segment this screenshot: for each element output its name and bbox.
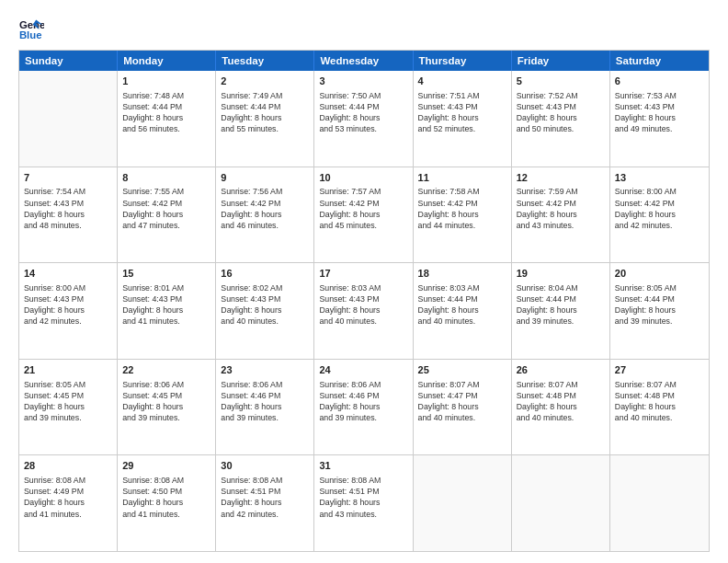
day-info: Sunrise: 8:08 AMSunset: 4:51 PMDaylight:… — [221, 475, 309, 520]
day-number: 6 — [615, 75, 704, 88]
day-info: Sunrise: 8:04 AMSunset: 4:44 PMDaylight:… — [517, 282, 605, 327]
calendar-cell: 5Sunrise: 7:52 AMSunset: 4:43 PMDaylight… — [512, 71, 610, 167]
calendar-cell — [414, 455, 512, 551]
day-header-saturday: Saturday — [610, 51, 709, 71]
calendar-cell: 3Sunrise: 7:50 AMSunset: 4:44 PMDaylight… — [314, 71, 413, 167]
calendar-cell: 7Sunrise: 7:54 AMSunset: 4:43 PMDaylight… — [19, 167, 118, 263]
day-header-sunday: Sunday — [19, 51, 118, 71]
calendar-cell: 21Sunrise: 8:05 AMSunset: 4:45 PMDayligh… — [19, 360, 118, 455]
day-number: 1 — [122, 75, 210, 88]
day-info: Sunrise: 7:59 AMSunset: 4:42 PMDaylight:… — [517, 186, 605, 231]
calendar-week-3: 14Sunrise: 8:00 AMSunset: 4:43 PMDayligh… — [19, 262, 709, 359]
day-header-friday: Friday — [512, 51, 610, 71]
day-number: 12 — [517, 171, 605, 185]
day-info: Sunrise: 7:54 AMSunset: 4:43 PMDaylight:… — [24, 186, 112, 231]
day-info: Sunrise: 8:01 AMSunset: 4:43 PMDaylight:… — [122, 282, 210, 327]
calendar-cell: 12Sunrise: 7:59 AMSunset: 4:42 PMDayligh… — [512, 167, 610, 263]
day-number: 18 — [418, 267, 506, 281]
day-number: 5 — [517, 75, 605, 88]
calendar-cell: 24Sunrise: 8:06 AMSunset: 4:46 PMDayligh… — [314, 360, 413, 455]
day-number: 23 — [221, 363, 309, 377]
day-number: 14 — [24, 267, 112, 281]
calendar-cell: 17Sunrise: 8:03 AMSunset: 4:43 PMDayligh… — [314, 263, 413, 359]
day-header-tuesday: Tuesday — [216, 51, 314, 71]
day-header-monday: Monday — [118, 51, 216, 71]
day-info: Sunrise: 8:08 AMSunset: 4:51 PMDaylight:… — [319, 475, 407, 520]
day-number: 26 — [517, 363, 605, 377]
header: General Blue — [18, 17, 710, 42]
day-info: Sunrise: 8:06 AMSunset: 4:46 PMDaylight:… — [319, 379, 407, 424]
day-number: 29 — [122, 459, 210, 473]
calendar-cell: 30Sunrise: 8:08 AMSunset: 4:51 PMDayligh… — [216, 455, 314, 551]
calendar-cell: 18Sunrise: 8:03 AMSunset: 4:44 PMDayligh… — [414, 263, 512, 359]
day-number: 4 — [418, 75, 506, 88]
day-number: 16 — [221, 267, 309, 281]
day-number: 31 — [319, 459, 407, 473]
day-info: Sunrise: 7:51 AMSunset: 4:43 PMDaylight:… — [418, 90, 506, 135]
day-number: 8 — [122, 171, 210, 185]
calendar-cell: 1Sunrise: 7:48 AMSunset: 4:44 PMDaylight… — [118, 71, 216, 167]
day-number: 20 — [615, 267, 704, 281]
day-info: Sunrise: 7:58 AMSunset: 4:42 PMDaylight:… — [418, 186, 506, 231]
calendar-body: 1Sunrise: 7:48 AMSunset: 4:44 PMDaylight… — [19, 71, 709, 551]
day-info: Sunrise: 8:07 AMSunset: 4:48 PMDaylight:… — [517, 379, 605, 424]
calendar: SundayMondayTuesdayWednesdayThursdayFrid… — [18, 50, 710, 552]
day-number: 17 — [319, 267, 407, 281]
day-info: Sunrise: 8:00 AMSunset: 4:42 PMDaylight:… — [615, 186, 704, 231]
calendar-cell — [610, 455, 709, 551]
calendar-cell: 31Sunrise: 8:08 AMSunset: 4:51 PMDayligh… — [314, 455, 413, 551]
calendar-week-4: 21Sunrise: 8:05 AMSunset: 4:45 PMDayligh… — [19, 359, 709, 455]
calendar-cell: 27Sunrise: 8:07 AMSunset: 4:48 PMDayligh… — [610, 360, 709, 455]
day-info: Sunrise: 7:50 AMSunset: 4:44 PMDaylight:… — [319, 90, 407, 135]
day-header-wednesday: Wednesday — [314, 51, 413, 71]
day-info: Sunrise: 8:03 AMSunset: 4:44 PMDaylight:… — [418, 282, 506, 327]
day-info: Sunrise: 7:49 AMSunset: 4:44 PMDaylight:… — [221, 90, 309, 135]
logo-icon: General Blue — [18, 17, 44, 42]
calendar-cell: 13Sunrise: 8:00 AMSunset: 4:42 PMDayligh… — [610, 167, 709, 263]
calendar-cell: 25Sunrise: 8:07 AMSunset: 4:47 PMDayligh… — [414, 360, 512, 455]
day-number: 2 — [221, 75, 309, 88]
calendar-cell: 29Sunrise: 8:08 AMSunset: 4:50 PMDayligh… — [118, 455, 216, 551]
calendar-week-1: 1Sunrise: 7:48 AMSunset: 4:44 PMDaylight… — [19, 71, 709, 167]
day-number: 22 — [122, 363, 210, 377]
day-number: 19 — [517, 267, 605, 281]
day-info: Sunrise: 8:08 AMSunset: 4:50 PMDaylight:… — [122, 475, 210, 520]
day-info: Sunrise: 8:06 AMSunset: 4:46 PMDaylight:… — [221, 379, 309, 424]
day-info: Sunrise: 7:48 AMSunset: 4:44 PMDaylight:… — [122, 90, 210, 135]
calendar-cell: 16Sunrise: 8:02 AMSunset: 4:43 PMDayligh… — [216, 263, 314, 359]
calendar-week-5: 28Sunrise: 8:08 AMSunset: 4:49 PMDayligh… — [19, 454, 709, 551]
calendar-cell: 4Sunrise: 7:51 AMSunset: 4:43 PMDaylight… — [414, 71, 512, 167]
day-info: Sunrise: 8:05 AMSunset: 4:45 PMDaylight:… — [24, 379, 112, 424]
day-info: Sunrise: 7:57 AMSunset: 4:42 PMDaylight:… — [319, 186, 407, 231]
calendar-cell: 23Sunrise: 8:06 AMSunset: 4:46 PMDayligh… — [216, 360, 314, 455]
day-number: 9 — [221, 171, 309, 185]
day-info: Sunrise: 7:53 AMSunset: 4:43 PMDaylight:… — [615, 90, 704, 135]
logo: General Blue — [18, 17, 48, 42]
day-number: 24 — [319, 363, 407, 377]
day-number: 10 — [319, 171, 407, 185]
calendar-cell: 6Sunrise: 7:53 AMSunset: 4:43 PMDaylight… — [610, 71, 709, 167]
day-info: Sunrise: 8:00 AMSunset: 4:43 PMDaylight:… — [24, 282, 112, 327]
day-info: Sunrise: 8:02 AMSunset: 4:43 PMDaylight:… — [221, 282, 309, 327]
day-number: 28 — [24, 459, 112, 473]
calendar-cell: 28Sunrise: 8:08 AMSunset: 4:49 PMDayligh… — [19, 455, 118, 551]
calendar-cell: 8Sunrise: 7:55 AMSunset: 4:42 PMDaylight… — [118, 167, 216, 263]
calendar-cell: 11Sunrise: 7:58 AMSunset: 4:42 PMDayligh… — [414, 167, 512, 263]
calendar-cell: 26Sunrise: 8:07 AMSunset: 4:48 PMDayligh… — [512, 360, 610, 455]
calendar-cell: 20Sunrise: 8:05 AMSunset: 4:44 PMDayligh… — [610, 263, 709, 359]
calendar-header: SundayMondayTuesdayWednesdayThursdayFrid… — [19, 51, 709, 71]
day-number: 3 — [319, 75, 407, 88]
calendar-cell: 2Sunrise: 7:49 AMSunset: 4:44 PMDaylight… — [216, 71, 314, 167]
calendar-cell: 14Sunrise: 8:00 AMSunset: 4:43 PMDayligh… — [19, 263, 118, 359]
day-info: Sunrise: 8:07 AMSunset: 4:48 PMDaylight:… — [615, 379, 704, 424]
day-number: 25 — [418, 363, 506, 377]
day-number: 27 — [615, 363, 704, 377]
day-number: 15 — [122, 267, 210, 281]
day-number: 7 — [24, 171, 112, 185]
calendar-cell — [19, 71, 118, 167]
calendar-cell: 19Sunrise: 8:04 AMSunset: 4:44 PMDayligh… — [512, 263, 610, 359]
day-header-thursday: Thursday — [414, 51, 512, 71]
calendar-cell — [512, 455, 610, 551]
day-info: Sunrise: 8:03 AMSunset: 4:43 PMDaylight:… — [319, 282, 407, 327]
calendar-cell: 9Sunrise: 7:56 AMSunset: 4:42 PMDaylight… — [216, 167, 314, 263]
